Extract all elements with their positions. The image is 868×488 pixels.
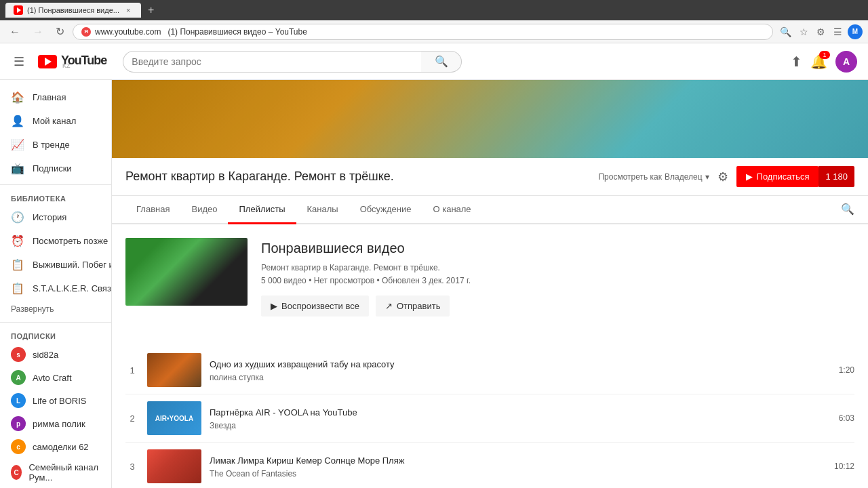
back-button[interactable]: ←	[5, 23, 24, 41]
address-bar[interactable]: Я www.youtube.com (1) Понравившиеся виде…	[73, 24, 773, 40]
search-button[interactable]: 🔍	[421, 51, 462, 73]
video-details-1: Одно из худших извращений табу на красот…	[210, 359, 831, 382]
tab-title: (1) Понравившиеся виде...	[27, 6, 119, 14]
samodelki-avatar: с	[11, 439, 26, 454]
video-item-2[interactable]: 2 AIR•YOOLA Партнёрка AIR - YOOLA на You…	[125, 394, 854, 443]
tab-search-icon[interactable]: 🔍	[841, 196, 854, 223]
tab-favicon	[14, 5, 23, 15]
home-icon: 🏠	[11, 91, 23, 104]
tab-playlists[interactable]: Плейлисты	[228, 196, 296, 224]
view-as-label: Просмотреть как	[598, 172, 662, 182]
video-item-1[interactable]: 1 Одно из худших извращений табу на крас…	[125, 346, 854, 394]
playlist-header: Понравившиеся видео Ремонт квартир в Кар…	[125, 238, 854, 317]
playlist-info: Понравившиеся видео Ремонт квартир в Кар…	[261, 238, 854, 317]
subscriber-count: 1 180	[818, 166, 854, 187]
yt-play-icon	[45, 58, 52, 66]
air-text: AIR•YOOLA	[155, 415, 193, 422]
browser-extensions-btn[interactable]: ⚙	[814, 25, 828, 39]
sidebar-item-semeynyy[interactable]: С Семейный канал Рум...	[0, 458, 111, 487]
play-all-button[interactable]: ▶ Воспроизвести все	[261, 296, 369, 317]
video-thumb-1	[147, 353, 201, 387]
my-channel-icon: 👤	[11, 115, 23, 127]
tab-close-icon[interactable]: ×	[126, 6, 130, 14]
watch-later-icon: ⏰	[11, 235, 23, 247]
user-avatar[interactable]: А	[835, 51, 857, 73]
upload-button[interactable]: ⬆	[791, 54, 802, 70]
video-duration-1: 1:20	[839, 365, 854, 375]
subscribe-section: ▶ Подписаться 1 180	[736, 166, 854, 187]
video-title-3: Лимак Лимра Кириш Кемер Солнце Море Пляж	[210, 455, 826, 467]
tab-video[interactable]: Видео	[180, 196, 228, 224]
browser-bookmark-btn[interactable]: ☆	[797, 25, 811, 39]
sidebar-item-home[interactable]: 🏠 Главная	[0, 85, 111, 109]
video-channel-3: The Ocean of Fantasies	[210, 469, 826, 479]
channel-info-bar: Ремонт квартир в Караганде. Ремонт в трё…	[112, 158, 868, 196]
view-as-dropdown[interactable]: Просмотреть как Владелец ▾	[598, 172, 709, 182]
yt-content: Ремонт квартир в Караганде. Ремонт в трё…	[112, 80, 868, 488]
video-num-2: 2	[125, 413, 139, 424]
search-input[interactable]	[123, 51, 421, 73]
new-tab-button[interactable]: +	[148, 4, 154, 16]
browser-search-btn[interactable]: 🔍	[777, 25, 794, 39]
playlist-thumbnail[interactable]	[125, 238, 248, 306]
sidebar-item-playlist-2[interactable]: 📋 S.T.A.L.K.E.R. Связь в...	[0, 277, 111, 300]
playlist-section: Понравившиеся видео Ремонт квартир в Кар…	[112, 224, 868, 346]
video-thumb-2: AIR•YOOLA	[147, 401, 201, 435]
channel-settings-button[interactable]: ⚙	[717, 169, 728, 184]
sidebar-item-subscriptions[interactable]: 📺 Подписки	[0, 157, 111, 180]
share-button[interactable]: ↗ Отправить	[376, 296, 450, 317]
sidebar-item-rimma[interactable]: р римма полик	[0, 412, 111, 435]
address-url: www.youtube.com (1) Понравившиеся видео …	[95, 27, 764, 37]
video-details-2: Партнёрка AIR - YOOLA на YouTube Звезда	[210, 407, 831, 430]
address-bar-row: ← → ↻ Я www.youtube.com (1) Понравившиес…	[0, 20, 868, 43]
forward-button[interactable]: →	[28, 23, 47, 41]
browser-user-avatar[interactable]: М	[848, 24, 863, 39]
sidebar-item-history[interactable]: 🕐 История	[0, 205, 111, 229]
browser-tab[interactable]: (1) Понравившиеся виде... ×	[5, 3, 141, 18]
sidebar-item-avtocraft[interactable]: A Avto Craft	[0, 366, 111, 389]
lifeofboris-avatar: L	[11, 393, 26, 408]
video-list: 1 Одно из худших извращений табу на крас…	[112, 346, 868, 488]
hamburger-menu-button[interactable]: ☰	[11, 52, 27, 72]
video-thumb-3	[147, 449, 201, 483]
sidebar-item-trending[interactable]: 📈 В тренде	[0, 133, 111, 157]
video-num-3: 3	[125, 462, 139, 472]
subscribe-button[interactable]: ▶ Подписаться	[736, 166, 819, 187]
video-channel-2: Звезда	[210, 421, 831, 430]
sidebar-item-watch-later[interactable]: ⏰ Посмотреть позже	[0, 229, 111, 253]
video-duration-3: 10:12	[834, 462, 854, 471]
video-channel-1: полина ступка	[210, 373, 831, 382]
sid82a-avatar: s	[11, 347, 26, 362]
playlist-1-icon: 📋	[11, 258, 23, 271]
sidebar-item-my-channel[interactable]: 👤 Мой канал	[0, 109, 111, 133]
sidebar-item-playlist-1[interactable]: 📋 Выживший. Побег из...	[0, 253, 111, 277]
playlist-thumbnail-img	[125, 238, 248, 306]
trending-icon: 📈	[11, 138, 23, 151]
notification-button[interactable]: 🔔 1	[810, 54, 827, 70]
tab-home[interactable]: Главная	[125, 196, 180, 224]
browser-menu-btn[interactable]: ☰	[831, 25, 845, 39]
playlist-2-icon: 📋	[11, 282, 23, 295]
tab-about[interactable]: О канале	[422, 196, 481, 224]
yt-logo[interactable]: YouTube KZ	[38, 54, 106, 69]
rimma-avatar: р	[11, 416, 26, 431]
header-right: ⬆ 🔔 1 А	[791, 51, 857, 73]
channel-banner-overlay	[112, 80, 868, 158]
yt-logo-country: KZ	[62, 62, 106, 69]
refresh-button[interactable]: ↻	[52, 22, 68, 41]
sidebar-expand-button[interactable]: Развернуть	[0, 300, 111, 318]
tab-discussion[interactable]: Обсуждение	[349, 196, 422, 224]
tab-channels[interactable]: Каналы	[296, 196, 349, 224]
subscriptions-section-label: ПОДПИСКИ	[0, 327, 111, 343]
yt-app: ☰ YouTube KZ 🔍 ⬆ 🔔 1 А 🏠	[0, 43, 868, 488]
playlist-meta: Ремонт квартир в Караганде. Ремонт в трё…	[261, 262, 854, 287]
notification-badge: 1	[819, 51, 830, 59]
video-item-3[interactable]: 3 Лимак Лимра Кириш Кемер Солнце Море Пл…	[125, 443, 854, 488]
sidebar-item-lifeofboris[interactable]: L Life of BORIS	[0, 389, 111, 412]
sidebar-item-samodelki[interactable]: с самоделки 62	[0, 435, 111, 458]
view-as-mode: Владелец	[665, 172, 703, 182]
library-section-label: БИБЛИОТЕКА	[0, 189, 111, 205]
air-yoola-logo: AIR•YOOLA	[147, 401, 201, 435]
browser-chrome: (1) Понравившиеся виде... × +	[0, 0, 868, 20]
sidebar-item-sid82a[interactable]: s sid82a	[0, 343, 111, 366]
